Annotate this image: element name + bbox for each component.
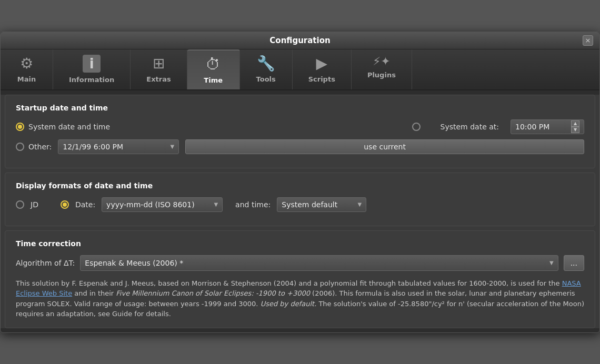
system-datetime-radio-group[interactable]: System date and time: [16, 123, 110, 131]
tab-bar: ⚙ Main i Information ⊞ Extras ⏱ Time 🔧 T…: [1, 49, 599, 90]
other-date-value: 12/1/99 6:00 PM: [63, 143, 166, 151]
time-spinner[interactable]: 10:00 PM ▲ ▼: [511, 119, 584, 134]
and-time-label: and time:: [235, 200, 271, 209]
time-value: 10:00 PM: [515, 123, 568, 131]
tab-extras[interactable]: ⊞ Extras: [131, 49, 187, 89]
tab-scripts[interactable]: ▶ Scripts: [293, 49, 352, 89]
desc-part1: This solution by F. Espenak and J. Meeus…: [16, 279, 562, 287]
time-format-select[interactable]: System default ▼: [277, 197, 366, 212]
tools-icon: 🔧: [257, 55, 275, 72]
date-format-arrow: ▼: [214, 201, 218, 207]
system-date-at-radio-group[interactable]: System date at:: [412, 123, 499, 131]
scripts-icon: ▶: [316, 55, 328, 72]
tab-time[interactable]: ⏱ Time: [187, 49, 240, 89]
tab-extras-label: Extras: [146, 75, 171, 83]
tab-information-label: Information: [69, 76, 114, 84]
startup-row-2: Other: 12/1/99 6:00 PM ▼ use current: [16, 139, 584, 154]
display-row: JD Date: yyyy-mm-dd (ISO 8601) ▼ and tim…: [16, 197, 584, 212]
italic-text2: Used by default.: [261, 300, 317, 308]
system-datetime-label: System date and time: [28, 123, 110, 131]
time-format-value: System default: [282, 200, 353, 209]
display-title: Display formats of date and time: [16, 181, 584, 190]
spinner-up[interactable]: ▲: [571, 120, 579, 127]
correction-section: Time correction Algorithm of ΔT: Espenak…: [5, 230, 595, 328]
startup-row-1: System date and time System date at: 10:…: [16, 119, 584, 134]
description-text: This solution by F. Espenak and J. Meeus…: [16, 278, 584, 319]
algorithm-select[interactable]: Espenak & Meeus (2006) * ▼: [80, 255, 558, 271]
other-radio-group[interactable]: Other:: [16, 143, 52, 151]
other-label: Other:: [28, 143, 52, 151]
main-icon: ⚙: [20, 55, 33, 72]
date-format-value: yyyy-mm-dd (ISO 8601): [106, 200, 209, 209]
algorithm-row: Algorithm of ΔT: Espenak & Meeus (2006) …: [16, 255, 584, 271]
tab-plugins[interactable]: ⚡✦ Plugins: [352, 49, 412, 89]
tab-main[interactable]: ⚙ Main: [1, 49, 53, 89]
jd-radio[interactable]: [16, 200, 24, 209]
other-date-select[interactable]: 12/1/99 6:00 PM ▼: [58, 139, 179, 154]
tab-tools-label: Tools: [256, 75, 276, 83]
time-icon: ⏱: [206, 56, 221, 73]
dots-button[interactable]: ...: [564, 255, 584, 271]
tab-plugins-label: Plugins: [367, 71, 396, 79]
tab-time-label: Time: [204, 76, 223, 84]
date-label: Date:: [75, 200, 95, 209]
window-title: Configuration: [17, 36, 583, 45]
configuration-window: Configuration × ⚙ Main i Information ⊞ E…: [0, 32, 600, 333]
spinner-controls[interactable]: ▲ ▼: [571, 120, 579, 133]
close-button[interactable]: ×: [583, 35, 593, 46]
algorithm-label: Algorithm of ΔT:: [16, 259, 75, 267]
system-date-at-label: System date at:: [441, 123, 499, 131]
tab-main-label: Main: [17, 75, 36, 83]
italic-text1: Five Millennium Canon of Solar Eclipses:…: [116, 289, 310, 297]
other-radio[interactable]: [16, 143, 24, 151]
date-format-select[interactable]: yyyy-mm-dd (ISO 8601) ▼: [102, 197, 223, 212]
system-date-at-radio[interactable]: [412, 123, 421, 131]
radio-checked-2[interactable]: [61, 200, 69, 209]
startup-section: Startup date and time System date and ti…: [5, 95, 595, 168]
title-bar: Configuration ×: [1, 32, 599, 49]
tab-tools[interactable]: 🔧 Tools: [240, 49, 293, 89]
correction-title: Time correction: [16, 239, 584, 248]
jd-label: JD: [31, 200, 38, 209]
tab-information[interactable]: i Information: [53, 49, 131, 89]
display-section: Display formats of date and time JD Date…: [5, 173, 595, 226]
system-datetime-radio[interactable]: [16, 123, 24, 131]
extras-icon: ⊞: [153, 55, 165, 72]
content-area: Startup date and time System date and ti…: [1, 95, 599, 328]
plugins-icon: ⚡✦: [373, 55, 391, 68]
algorithm-arrow: ▼: [549, 260, 554, 266]
information-icon: i: [83, 55, 101, 73]
startup-title: Startup date and time: [16, 104, 584, 112]
date-radio[interactable]: [61, 200, 69, 209]
desc-part2: and in their: [72, 289, 116, 297]
spinner-down[interactable]: ▼: [571, 127, 579, 133]
tab-scripts-label: Scripts: [308, 75, 335, 83]
use-current-button[interactable]: use current: [185, 139, 584, 154]
time-format-arrow: ▼: [358, 201, 362, 207]
other-date-arrow: ▼: [171, 144, 175, 149]
algorithm-value: Espenak & Meeus (2006) *: [85, 259, 545, 267]
